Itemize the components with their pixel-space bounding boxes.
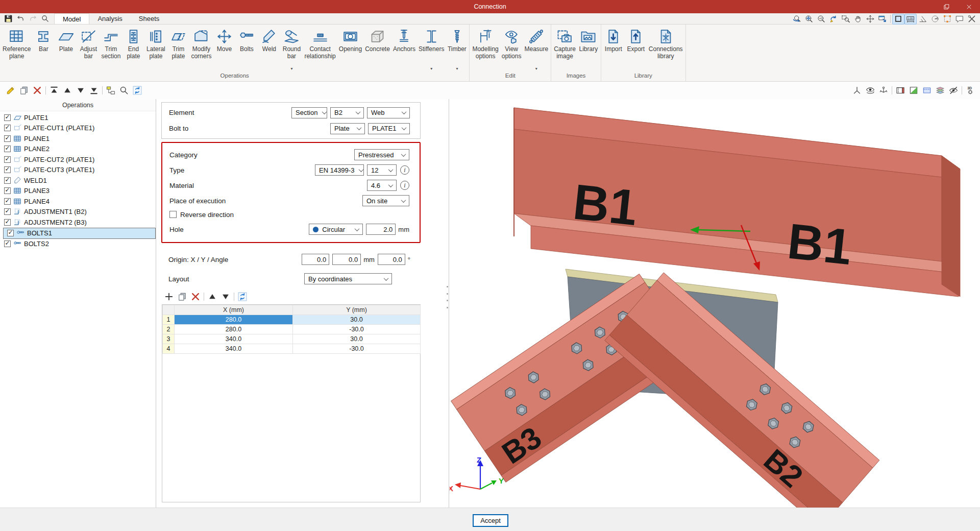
delete-row-button[interactable] bbox=[189, 290, 202, 303]
ribbon-item-concrete[interactable]: Concrete bbox=[363, 26, 391, 71]
ribbon-item-measure[interactable]: Measure▾ bbox=[523, 26, 550, 71]
operation-item-plate-cut3-plate1-[interactable]: PLATE-CUT3 (PLATE1) bbox=[0, 165, 156, 176]
group-operations-button[interactable] bbox=[104, 84, 117, 97]
ribbon-item-modify-corners[interactable]: Modify corners bbox=[189, 26, 213, 71]
type-size-select[interactable]: 12 bbox=[367, 164, 397, 176]
type-info-icon[interactable]: i bbox=[400, 165, 409, 175]
refresh-table-button[interactable] bbox=[236, 290, 249, 303]
orbit-camera-button[interactable] bbox=[864, 84, 877, 97]
viewport-3d[interactable]: B1 B1 PLATE1 B3 B2 bbox=[450, 99, 980, 508]
material-select[interactable]: 4.6 bbox=[367, 180, 397, 191]
origin-angle-input[interactable] bbox=[378, 254, 405, 265]
ribbon-item-anchors[interactable]: Anchors bbox=[391, 26, 417, 71]
copy-row-button[interactable] bbox=[176, 290, 189, 303]
x-cell[interactable]: 340.0 bbox=[175, 334, 293, 344]
restore-window-button[interactable] bbox=[935, 0, 958, 13]
tab-sheets[interactable]: Sheets bbox=[131, 13, 167, 24]
row-number[interactable]: 4 bbox=[163, 344, 175, 354]
operation-item-weld1[interactable]: WELD1 bbox=[0, 175, 156, 186]
tab-analysis[interactable]: Analysis bbox=[89, 13, 130, 24]
ribbon-item-plate[interactable]: Plate bbox=[55, 26, 77, 71]
hole-clearance-input[interactable] bbox=[366, 224, 396, 235]
ribbon-item-contact-relationship[interactable]: Contact relationship bbox=[303, 26, 337, 71]
delete-operation-button[interactable] bbox=[31, 84, 44, 97]
copy-operation-button[interactable] bbox=[17, 84, 31, 97]
operation-item-bolts2[interactable]: BOLTS2 bbox=[0, 239, 156, 250]
operation-item-bolts1[interactable]: BOLTS1 bbox=[3, 228, 156, 239]
tools-button[interactable] bbox=[966, 14, 978, 25]
ribbon-item-stiffeners[interactable]: Stiffeners▾ bbox=[417, 26, 446, 71]
operation-item-plate1[interactable]: PLATE1 bbox=[0, 112, 156, 123]
column-header[interactable]: Y (mm) bbox=[293, 305, 421, 315]
ribbon-item-weld[interactable]: Weld bbox=[258, 26, 280, 71]
row-up-button[interactable] bbox=[206, 290, 219, 303]
operation-checkbox[interactable] bbox=[4, 135, 11, 142]
ribbon-item-trim-section[interactable]: Trim section bbox=[100, 26, 122, 71]
undo-button[interactable] bbox=[14, 13, 27, 25]
material-info-icon[interactable]: i bbox=[400, 181, 409, 190]
hide-elements-button[interactable] bbox=[947, 84, 960, 97]
origin-y-input[interactable] bbox=[332, 254, 361, 265]
origin-x-input[interactable] bbox=[302, 254, 329, 265]
accept-button[interactable]: Accept bbox=[473, 514, 508, 527]
operation-checkbox[interactable] bbox=[7, 230, 14, 236]
place-select[interactable]: On site bbox=[362, 195, 409, 206]
hole-shape-select[interactable]: Circular bbox=[309, 224, 363, 235]
operation-item-adjustment1-b2-[interactable]: ADJUSTMENT1 (B2) bbox=[0, 207, 156, 218]
move-to-top-button[interactable] bbox=[47, 84, 61, 97]
regenerate-button[interactable] bbox=[131, 84, 144, 97]
row-number[interactable]: 1 bbox=[163, 315, 175, 325]
operation-item-plate-cut2-plate1-[interactable]: PLATE-CUT2 (PLATE1) bbox=[0, 154, 156, 165]
operation-checkbox[interactable] bbox=[4, 198, 11, 205]
ribbon-item-modelling-options[interactable]: Modelling options bbox=[471, 26, 500, 71]
move-view-button[interactable] bbox=[864, 14, 876, 25]
pan-view-button[interactable] bbox=[852, 14, 864, 25]
ribbon-item-timber[interactable]: Timber▾ bbox=[446, 26, 468, 71]
show-dimensions-button[interactable]: 1.00 bbox=[904, 14, 917, 25]
category-select[interactable]: Prestressed bbox=[354, 149, 409, 160]
table-row-3[interactable]: 3340.030.0 bbox=[163, 334, 421, 344]
protractor-button[interactable] bbox=[929, 14, 941, 25]
transparency-button[interactable] bbox=[907, 84, 920, 97]
redo-button[interactable] bbox=[27, 13, 39, 25]
y-cell[interactable]: -30.0 bbox=[293, 325, 421, 334]
save-button[interactable] bbox=[2, 13, 14, 25]
ribbon-item-opening[interactable]: Opening bbox=[337, 26, 363, 71]
operation-checkbox[interactable] bbox=[4, 219, 11, 226]
tab-model[interactable]: Model bbox=[54, 13, 89, 24]
redraw-view-button[interactable] bbox=[827, 14, 840, 25]
zoom-2x-button[interactable]: ×2 bbox=[815, 14, 827, 25]
operation-item-adjustment2-b3-[interactable]: ADJUSTMENT2 (B3) bbox=[0, 217, 156, 228]
table-row-2[interactable]: 2280.0-30.0 bbox=[163, 325, 421, 334]
ribbon-item-adjust-bar[interactable]: Adjust bar bbox=[77, 26, 100, 71]
operation-checkbox[interactable] bbox=[4, 208, 11, 215]
search-button[interactable] bbox=[39, 13, 51, 25]
zoom-extents-button[interactable] bbox=[803, 14, 815, 25]
ribbon-item-export[interactable]: Export bbox=[625, 26, 647, 71]
y-cell[interactable]: -30.0 bbox=[293, 344, 421, 354]
layers-button[interactable] bbox=[934, 84, 947, 97]
panel-splitter[interactable] bbox=[446, 286, 448, 308]
ribbon-item-view-options[interactable]: View options bbox=[500, 26, 523, 71]
ribbon-item-library[interactable]: Library bbox=[577, 26, 600, 71]
plate-edges-button[interactable] bbox=[894, 84, 907, 97]
operation-item-plane2[interactable]: PLANE2 bbox=[0, 144, 156, 155]
move-up-button[interactable] bbox=[61, 84, 74, 97]
operation-checkbox[interactable] bbox=[4, 125, 11, 131]
bolt-to-target-select[interactable]: PLATE1 bbox=[368, 123, 410, 134]
row-number[interactable]: 3 bbox=[163, 334, 175, 344]
angle-measure-button[interactable] bbox=[917, 14, 929, 25]
operation-checkbox[interactable] bbox=[4, 166, 11, 173]
ribbon-item-bolts[interactable]: Bolts bbox=[235, 26, 258, 71]
reverse-direction-checkbox[interactable] bbox=[169, 211, 177, 218]
y-cell[interactable]: 30.0 bbox=[293, 334, 421, 344]
wireframe-plates-button[interactable] bbox=[920, 84, 934, 97]
ribbon-item-bar[interactable]: Bar bbox=[32, 26, 55, 71]
element-part-select[interactable]: Web bbox=[367, 107, 410, 118]
ribbon-item-reference-plane[interactable]: Reference plane bbox=[1, 26, 32, 71]
ribbon-item-capture-image[interactable]: Capture image bbox=[552, 26, 577, 71]
x-cell[interactable]: 340.0 bbox=[175, 344, 293, 354]
table-row-4[interactable]: 4340.0-30.0 bbox=[163, 344, 421, 354]
column-header[interactable]: X (mm) bbox=[175, 305, 293, 315]
move-down-button[interactable] bbox=[74, 84, 87, 97]
